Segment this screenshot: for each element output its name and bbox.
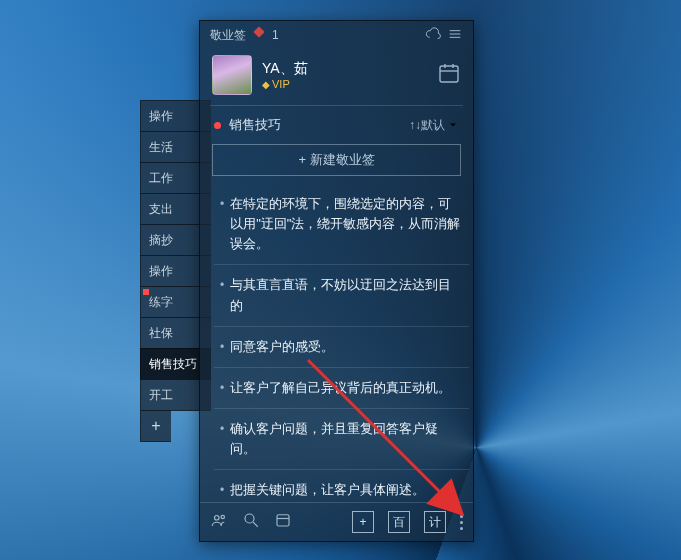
more-menu-icon[interactable] bbox=[460, 515, 463, 530]
note-item[interactable]: •同意客户的感受。 bbox=[214, 327, 469, 368]
svg-point-10 bbox=[215, 516, 220, 521]
unread-dot-icon bbox=[143, 289, 149, 295]
svg-rect-14 bbox=[277, 515, 289, 526]
profile-row: YA、茹 VIP bbox=[200, 49, 473, 105]
bullet-icon: • bbox=[220, 275, 224, 315]
category-dot-icon bbox=[214, 122, 221, 129]
svg-rect-3 bbox=[440, 66, 458, 82]
search-icon[interactable] bbox=[242, 511, 260, 533]
category-title: 销售技巧 bbox=[229, 116, 281, 134]
titlebar: 敬业签 1 bbox=[200, 21, 473, 49]
bottom-toolbar: + 百 计 bbox=[200, 502, 473, 541]
bullet-icon: • bbox=[220, 194, 224, 254]
sort-button[interactable]: ↑↓默认 bbox=[409, 117, 459, 134]
calendar-small-icon[interactable] bbox=[274, 511, 292, 533]
notification-count[interactable]: 1 bbox=[272, 28, 279, 42]
pin-icon[interactable] bbox=[252, 28, 266, 42]
contacts-icon[interactable] bbox=[210, 511, 228, 533]
note-item[interactable]: •把握关键问题，让客户具体阐述。 bbox=[214, 470, 469, 502]
menu-icon[interactable] bbox=[447, 26, 463, 45]
bullet-icon: • bbox=[220, 378, 224, 398]
svg-line-13 bbox=[253, 522, 258, 527]
avatar[interactable] bbox=[212, 55, 252, 95]
svg-point-12 bbox=[245, 514, 254, 523]
bullet-icon: • bbox=[220, 337, 224, 357]
app-title: 敬业签 bbox=[210, 27, 246, 44]
bullet-icon: • bbox=[220, 480, 224, 500]
app-window: 敬业签 1 YA、茹 VIP 销售技巧 ↑↓默认 + 新建敬业签 bbox=[199, 20, 474, 542]
note-item[interactable]: •让客户了解自己异议背后的真正动机。 bbox=[214, 368, 469, 409]
note-item[interactable]: •在特定的环境下，围绕选定的内容，可以用"迂回"法，绕开敏感内容，从而消解误会。 bbox=[214, 184, 469, 265]
note-item[interactable]: •与其直言直语，不妨以迂回之法达到目的 bbox=[214, 265, 469, 326]
svg-point-11 bbox=[221, 515, 224, 518]
encyclopedia-button[interactable]: 百 bbox=[388, 511, 410, 533]
divider bbox=[210, 105, 463, 106]
vip-badge: VIP bbox=[262, 78, 427, 90]
bullet-icon: • bbox=[220, 419, 224, 459]
calculator-button[interactable]: 计 bbox=[424, 511, 446, 533]
calendar-icon[interactable] bbox=[437, 61, 461, 89]
new-note-button[interactable]: + 新建敬业签 bbox=[212, 144, 461, 176]
username: YA、茹 bbox=[262, 60, 427, 78]
notes-list: •在特定的环境下，围绕选定的内容，可以用"迂回"法，绕开敏感内容，从而消解误会。… bbox=[200, 184, 473, 502]
add-button[interactable]: + bbox=[352, 511, 374, 533]
add-category-button[interactable]: + bbox=[140, 410, 171, 442]
cloud-sync-icon[interactable] bbox=[425, 26, 441, 45]
note-item[interactable]: •确认客户问题，并且重复回答客户疑问。 bbox=[214, 409, 469, 470]
list-header: 销售技巧 ↑↓默认 bbox=[200, 110, 473, 140]
